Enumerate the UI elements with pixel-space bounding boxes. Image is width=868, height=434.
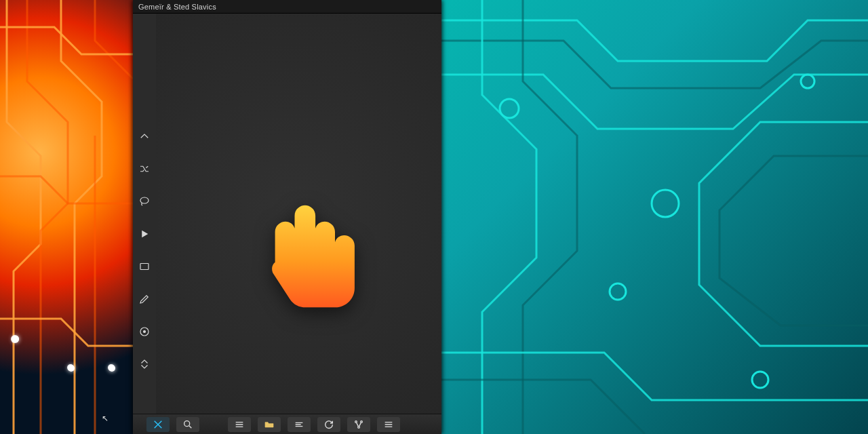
task-app-menu[interactable]	[377, 417, 400, 432]
window-title: Gemeïr & Sted Slavics	[138, 3, 216, 11]
svg-point-5	[610, 283, 626, 300]
svg-point-3	[500, 99, 519, 118]
vertical-toolbar	[133, 14, 156, 414]
hand-icon[interactable]	[254, 193, 370, 309]
svg-point-6	[801, 75, 814, 88]
svg-rect-9	[140, 264, 149, 270]
tool-play[interactable]	[137, 226, 152, 241]
tool-lasso[interactable]	[137, 194, 152, 209]
svg-point-7	[752, 372, 768, 388]
svg-marker-8	[142, 231, 148, 238]
svg-point-13	[355, 420, 357, 422]
wallpaper-right	[441, 0, 868, 434]
task-app-lines[interactable]	[228, 417, 251, 432]
task-app-network[interactable]	[347, 417, 370, 432]
svg-point-14	[361, 420, 363, 422]
tool-pen[interactable]	[137, 292, 152, 307]
task-app-search[interactable]	[176, 417, 199, 432]
svg-point-12	[184, 420, 190, 426]
task-app-files[interactable]	[258, 417, 281, 432]
task-app-rotate[interactable]	[317, 417, 340, 432]
task-app-editor[interactable]	[146, 417, 170, 432]
tool-move-up[interactable]	[137, 129, 152, 144]
svg-point-15	[358, 426, 360, 428]
taskbar-group-b	[228, 417, 400, 432]
tool-target[interactable]	[137, 324, 152, 339]
canvas-area[interactable]	[156, 14, 441, 414]
taskbar-group-a	[146, 417, 199, 432]
app-window: Gemeïr & Sted Slavics	[133, 0, 441, 434]
taskbar	[133, 414, 441, 434]
desktop-cursor-glyph: ↖	[102, 414, 108, 423]
window-titlebar[interactable]: Gemeïr & Sted Slavics	[133, 0, 441, 14]
tool-rectangle[interactable]	[137, 259, 152, 274]
wallpaper-left: ↖	[0, 0, 133, 434]
tool-collapse[interactable]	[137, 357, 152, 372]
tool-shuffle[interactable]	[137, 161, 152, 176]
svg-point-11	[144, 331, 146, 333]
svg-point-4	[652, 190, 679, 217]
task-app-layers[interactable]	[288, 417, 311, 432]
